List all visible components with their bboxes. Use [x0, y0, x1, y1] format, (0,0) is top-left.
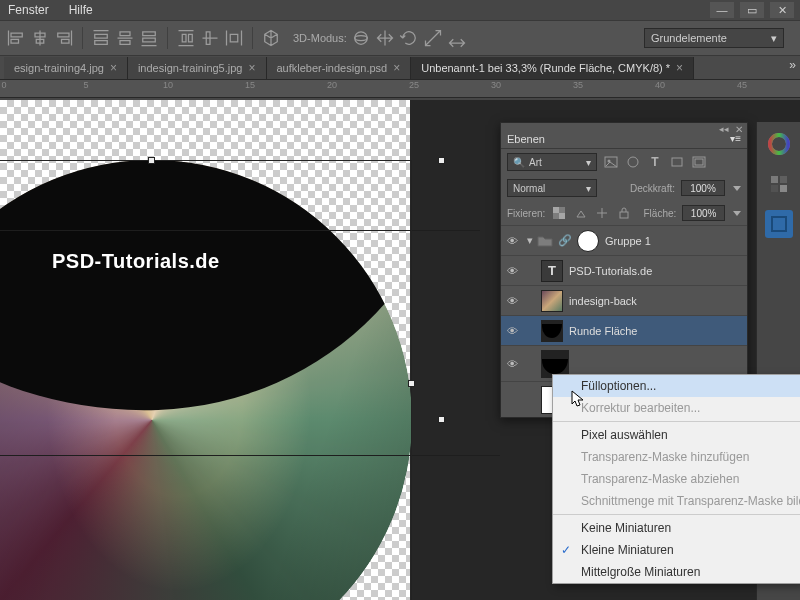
workspace-dropdown[interactable]: Grundelemente ▾ — [644, 28, 784, 48]
svg-rect-5 — [672, 158, 682, 166]
context-menu-item[interactable]: ✓Kleine Miniaturen — [553, 539, 800, 561]
visibility-toggle[interactable]: 👁 — [501, 358, 523, 370]
panel-collapse-icon[interactable]: ◂◂ — [719, 124, 729, 128]
disclosure-icon[interactable]: ▾ — [527, 234, 533, 247]
filter-adjust-icon[interactable] — [625, 155, 641, 169]
svg-rect-11 — [620, 212, 628, 218]
context-menu-item[interactable]: Keine Miniaturen — [553, 517, 800, 539]
context-menu-item[interactable]: Mittelgroße Miniaturen — [553, 561, 800, 583]
ruler-tick: 25 — [404, 80, 424, 90]
context-item-label: Keine Miniaturen — [581, 521, 671, 535]
lock-image-icon[interactable] — [573, 206, 589, 220]
swatches-icon[interactable] — [765, 170, 793, 198]
transform-handle-ne[interactable] — [438, 157, 445, 164]
filter-type-icon[interactable]: T — [647, 155, 663, 169]
align-left-icon[interactable] — [6, 28, 26, 48]
layer-name[interactable]: indesign-back — [569, 295, 637, 307]
rotate-icon[interactable] — [399, 28, 419, 48]
color-wheel-icon[interactable] — [765, 130, 793, 158]
mask-thumbnail[interactable] — [577, 230, 599, 252]
close-icon[interactable]: × — [248, 61, 255, 75]
ruler-horizontal[interactable]: 051015202530354045 — [0, 80, 800, 98]
visibility-toggle[interactable]: 👁 — [501, 325, 523, 337]
lock-label: Fixieren: — [507, 208, 545, 219]
brand-text: PSD-Tutorials.de — [52, 250, 220, 273]
layer-name[interactable]: Gruppe 1 — [605, 235, 651, 247]
svg-point-4 — [628, 157, 638, 167]
scale-icon[interactable] — [423, 28, 443, 48]
layer-name[interactable]: PSD-Tutorials.de — [569, 265, 652, 277]
opacity-value[interactable]: 100% — [681, 180, 725, 196]
guide-horizontal[interactable] — [0, 455, 500, 456]
close-icon[interactable]: × — [676, 61, 683, 75]
menu-window[interactable]: Fenster — [8, 3, 49, 17]
layer-thumbnail[interactable] — [541, 290, 563, 312]
context-item-label: Fülloptionen... — [581, 379, 656, 393]
maximize-button[interactable]: ▭ — [740, 2, 764, 18]
lock-position-icon[interactable] — [594, 206, 610, 220]
panel-close-icon[interactable]: ✕ — [735, 124, 743, 128]
close-icon[interactable]: × — [110, 61, 117, 75]
layer-image[interactable]: 👁 indesign-back — [501, 285, 747, 315]
filter-image-icon[interactable] — [603, 155, 619, 169]
context-menu-item[interactable]: Pixel auswählen — [553, 424, 800, 446]
visibility-toggle[interactable]: 👁 — [501, 265, 523, 277]
mode-label: 3D-Modus: — [293, 32, 347, 44]
tab-label: Unbenannt-1 bei 33,3% (Runde Fläche, CMY… — [421, 62, 670, 74]
align-right-icon[interactable] — [54, 28, 74, 48]
tab-doc-1[interactable]: indesign-training5.jpg× — [128, 57, 267, 79]
blend-mode-select[interactable]: Normal ▾ — [507, 179, 597, 197]
type-layer-icon: T — [541, 260, 563, 282]
chevron-down-icon: ▾ — [586, 157, 591, 168]
layer-shape-selected[interactable]: 👁 Runde Fläche — [501, 315, 747, 345]
ruler-tick: 20 — [322, 80, 342, 90]
lock-all-icon[interactable] — [616, 206, 632, 220]
distribute-right-icon[interactable] — [224, 28, 244, 48]
distribute-hcenter-icon[interactable] — [200, 28, 220, 48]
tab-doc-2[interactable]: aufkleber-indesign.psd× — [267, 57, 412, 79]
layer-group[interactable]: 👁 ▾ 🔗 Gruppe 1 — [501, 225, 747, 255]
fill-value[interactable]: 100% — [682, 205, 725, 221]
svg-rect-16 — [771, 185, 778, 192]
tab-doc-0[interactable]: esign-training4.jpg× — [4, 57, 128, 79]
chevron-down-icon[interactable] — [733, 211, 741, 216]
context-menu-item: Korrektur bearbeiten... — [553, 397, 800, 419]
visibility-toggle[interactable]: 👁 — [501, 235, 523, 247]
tab-doc-3[interactable]: Unbenannt-1 bei 33,3% (Runde Fläche, CMY… — [411, 57, 694, 79]
chevron-down-icon[interactable] — [733, 186, 741, 191]
distribute-bottom-icon[interactable] — [139, 28, 159, 48]
context-menu-item[interactable]: Fülloptionen... — [553, 375, 800, 397]
close-button[interactable]: ✕ — [770, 2, 794, 18]
guide-horizontal[interactable] — [0, 230, 480, 231]
layer-kind-select[interactable]: 🔍Art ▾ — [507, 153, 597, 171]
filter-shape-icon[interactable] — [669, 155, 685, 169]
lock-transparency-icon[interactable] — [551, 206, 567, 220]
distribute-top-icon[interactable] — [91, 28, 111, 48]
tabs-overflow-button[interactable]: » — [789, 58, 796, 72]
distribute-vcenter-icon[interactable] — [115, 28, 135, 48]
adjustments-icon[interactable] — [765, 210, 793, 238]
transform-handle-e[interactable] — [438, 416, 445, 423]
slide-icon[interactable] — [447, 28, 467, 48]
tab-label: aufkleber-indesign.psd — [277, 62, 388, 74]
close-icon[interactable]: × — [393, 61, 400, 75]
panel-menu-icon[interactable]: ▾≡ — [730, 133, 741, 144]
filter-smart-icon[interactable] — [691, 155, 707, 169]
svg-rect-7 — [695, 159, 703, 165]
svg-point-13 — [770, 135, 788, 153]
menu-help[interactable]: Hilfe — [69, 3, 93, 17]
pan-icon[interactable] — [375, 28, 395, 48]
minimize-button[interactable]: — — [710, 2, 734, 18]
svg-point-1 — [355, 36, 368, 41]
svg-rect-9 — [553, 207, 559, 213]
layer-thumbnail[interactable] — [541, 320, 563, 342]
visibility-toggle[interactable]: 👁 — [501, 295, 523, 307]
distribute-left-icon[interactable] — [176, 28, 196, 48]
link-icon: 🔗 — [557, 234, 573, 248]
layer-name[interactable]: Runde Fläche — [569, 325, 638, 337]
3d-icon[interactable] — [261, 28, 281, 48]
align-center-icon[interactable] — [30, 28, 50, 48]
orbit-icon[interactable] — [351, 28, 371, 48]
kind-value: Art — [529, 157, 542, 168]
layer-text[interactable]: 👁 T PSD-Tutorials.de — [501, 255, 747, 285]
